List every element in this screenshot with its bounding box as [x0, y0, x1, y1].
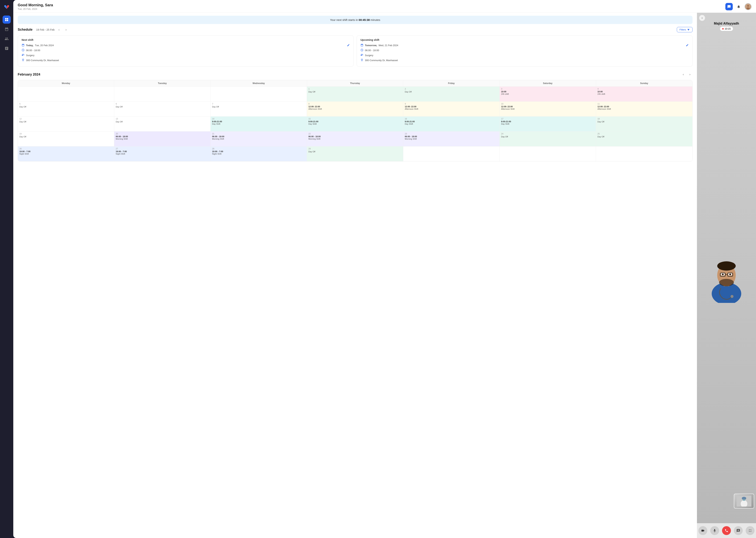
cal-col-sat: Saturday	[499, 80, 596, 86]
svg-point-21	[742, 499, 745, 501]
user-avatar[interactable]	[744, 3, 752, 10]
timer-value: 10:15	[725, 27, 731, 30]
calendar-week-2: 5 Day Off 6 Day Off 7 Day Off 8	[18, 101, 692, 116]
video-toggle-button[interactable]	[698, 526, 707, 535]
next-shift-location: 300 Community Dr, Manhasset	[26, 59, 59, 62]
schedule-next-btn[interactable]: ›	[64, 27, 69, 32]
upcoming-shift-dept-row: Surgery	[360, 54, 688, 57]
calendar-grid: Monday Tuesday Wednesday Thursday Friday…	[18, 80, 692, 161]
cal-cell-4: 4 10:00 24h shift	[596, 86, 692, 101]
schedule-panel: Your next shift starts in 00:45:38 minut…	[13, 13, 697, 538]
calendar-week-4: 19 Day Off 20 06:00 - 18:00 Morning Shif…	[18, 131, 692, 146]
cal-cell-24: 24 Day Off	[499, 132, 596, 146]
sidebar-item-people[interactable]	[3, 35, 11, 43]
cal-cell-17: 17 9:00-21:00 Day Shift	[499, 117, 596, 131]
cal-cell-20: 20 06:00 - 18:00 Morning Shift	[114, 132, 211, 146]
cal-cell-w5-6	[499, 146, 596, 161]
cal-cell-5: 5 Day Off	[18, 102, 114, 116]
schedule-header: Schedule 19 Feb - 25 Feb ‹ › Filters	[18, 27, 692, 32]
cal-cell-27: 27 19:00 - 7:00 Night Shift	[114, 146, 211, 161]
sidebar-item-schedule[interactable]	[3, 25, 11, 33]
upcoming-shift-day-label: Tomorrow,	[365, 44, 377, 47]
timer-badge: 10:15	[720, 27, 733, 31]
svg-point-7	[717, 261, 736, 271]
cal-cell-2: 2 Day Off	[403, 86, 499, 101]
cal-cell-11: 11 12:00- 22:00 Afternoon Shift	[596, 102, 692, 116]
notifications-button[interactable]	[735, 3, 742, 10]
content-area: Your next shift starts in 00:45:38 minut…	[13, 13, 756, 538]
cal-cell-3: 3 10:00 24h shift	[499, 86, 596, 101]
svg-point-12	[729, 274, 731, 275]
self-video-content	[736, 496, 751, 507]
mic-toggle-button[interactable]	[710, 526, 719, 535]
svg-point-2	[747, 5, 749, 7]
upcoming-shift-day-value: Wed, 21 Feb 2024	[379, 44, 398, 47]
calendar-title: February 2024	[18, 73, 40, 77]
upcoming-shift-dept: Surgery	[365, 54, 373, 57]
next-shift-banner: Your next shift starts in 00:45:38 minut…	[18, 16, 692, 24]
cal-cell-7: 7 Day Off	[211, 102, 307, 116]
calendar-week-5: 26 19:00 - 7:00 Night Shift 27 19:00 - 7…	[18, 146, 692, 161]
cal-cell-w1-3	[211, 86, 307, 101]
cal-cell-28: 28 19:00 - 7:00 Night Shift	[211, 146, 307, 161]
location-icon-2	[360, 59, 363, 62]
main-content: Good Morning, Sara Tue, 20 Feb, 2024	[13, 0, 756, 538]
greeting: Good Morning, Sara	[18, 3, 53, 7]
calendar-prev-btn[interactable]: ‹	[681, 72, 686, 77]
caller-name: Majid Alfayyadh	[697, 22, 756, 26]
upcoming-shift-date-row: Tomorrow, Wed, 21 Feb 2024	[360, 44, 688, 47]
next-shift-title: Next shift	[22, 38, 350, 41]
chat-button[interactable]	[725, 3, 733, 10]
location-icon	[22, 59, 24, 62]
banner-suffix: minutes	[371, 18, 380, 22]
video-back-button[interactable]: ‹	[699, 15, 705, 21]
upcoming-shift-edit-icon[interactable]	[686, 44, 688, 47]
cal-cell-16: 16 9:00-21:00 Day Shift	[403, 117, 499, 131]
cal-cell-w5-7	[596, 146, 692, 161]
next-shift-time-row: 06:00 - 18:00	[22, 49, 350, 52]
svg-point-3	[746, 7, 750, 10]
upcoming-shift-time-row: 06:00 - 18:00	[360, 49, 688, 52]
sidebar-item-dashboard[interactable]	[3, 16, 11, 24]
call-timer: 10:15	[697, 27, 756, 31]
cal-cell-12: 12 Day Off	[18, 117, 114, 131]
cal-cell-22: 22 06:00 - 18:00 Morning Shift	[307, 132, 403, 146]
schedule-prev-btn[interactable]: ‹	[57, 27, 62, 32]
cal-cell-13: 13 Day Off	[114, 117, 211, 131]
hangup-button[interactable]	[722, 526, 731, 535]
upcoming-shift-loc-row: 300 Community Dr, Manhasset	[360, 59, 688, 62]
chat-call-button[interactable]	[734, 526, 743, 535]
schedule-title: Schedule	[18, 28, 32, 31]
calendar-header: February 2024 ‹ ›	[18, 72, 692, 77]
call-controls	[697, 523, 756, 538]
filters-button[interactable]: Filters	[677, 27, 692, 32]
next-shift-date-row: Today, Tue, 20 Feb 2024	[22, 44, 350, 47]
next-shift-dept-row: Surgery	[22, 54, 350, 57]
stethoscope-icon-2	[360, 54, 363, 57]
cal-cell-14: 14 9:00-21:00 Day Shift	[211, 117, 307, 131]
svg-point-8	[719, 279, 734, 286]
self-video-thumbnail	[734, 494, 754, 509]
fullscreen-button[interactable]	[746, 526, 755, 535]
schedule-range: 19 Feb - 25 Feb	[36, 28, 55, 31]
cal-col-sun: Sunday	[596, 80, 692, 86]
header-date: Tue, 20 Feb, 2024	[18, 8, 53, 10]
video-call-panel: ‹ Majid Alfayyadh 10:15	[697, 13, 756, 538]
next-shift-edit-icon[interactable]	[347, 44, 350, 47]
shift-cards: Next shift Today, Tue, 20 Feb 2024	[18, 35, 692, 67]
stethoscope-icon	[22, 54, 24, 57]
svg-point-11	[722, 274, 724, 275]
calendar-icon-2	[360, 44, 363, 47]
cal-cell-25: 25 Day Off	[596, 132, 692, 146]
cal-cell-8: 8 12:00- 22:00 Afternoon Shift	[307, 102, 403, 116]
cal-cell-1: 1 Day Off	[307, 86, 403, 101]
cal-col-thu: Thursday	[307, 80, 403, 86]
cal-cell-23: 23 06:00 - 18:00 Morning Shift	[403, 132, 499, 146]
upcoming-shift-title: Upcoming shift	[360, 38, 688, 41]
sidebar-item-reports[interactable]	[3, 44, 11, 52]
svg-point-16	[731, 295, 733, 298]
calendar-next-btn[interactable]: ›	[687, 72, 692, 77]
calendar-section: February 2024 ‹ › Monday Tuesday Wednesd…	[18, 72, 692, 161]
cal-cell-w1-2	[114, 86, 211, 101]
header: Good Morning, Sara Tue, 20 Feb, 2024	[13, 0, 756, 13]
